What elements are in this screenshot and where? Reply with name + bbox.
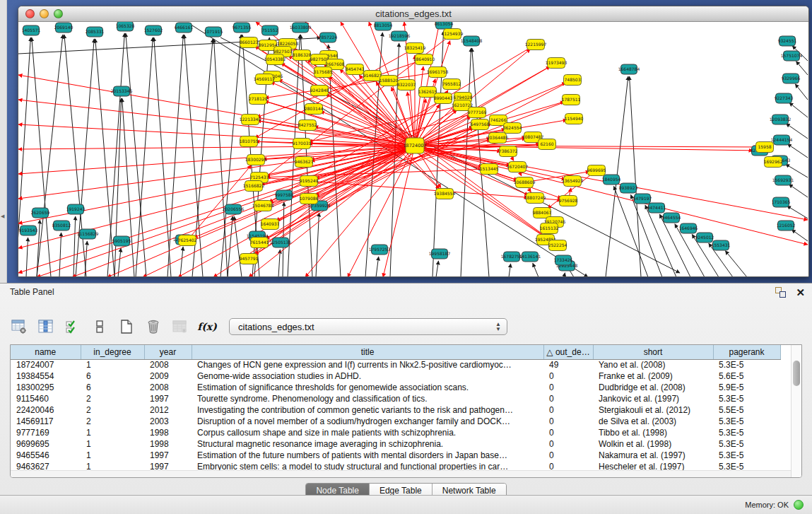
graph-node-label: 2620659 <box>31 210 50 215</box>
table-cell: 1 <box>81 359 144 370</box>
graph-node-label: 1919243 <box>66 206 86 211</box>
graph-node-label: 15958 <box>758 144 771 149</box>
graph-node-label: 9242848 <box>310 88 329 93</box>
trash-icon[interactable] <box>144 317 163 336</box>
table-cell: 5.3E-5 <box>713 450 780 461</box>
function-builder-icon[interactable]: f(x) <box>198 317 216 336</box>
graph-node-label: 1071915 <box>204 29 223 34</box>
table-cell: 5.3E-5 <box>713 393 780 404</box>
graph-node-label: 6466161 <box>175 25 194 30</box>
window-titlebar[interactable]: citations_edges.txt <box>18 6 808 22</box>
horizontal-scrollbar[interactable] <box>11 470 792 477</box>
column-header-pagerank[interactable]: pagerank <box>713 345 780 359</box>
column-header-in_degree[interactable]: in_degree <box>81 345 144 359</box>
graph-edge-black <box>122 98 134 277</box>
window-title: citations_edges.txt <box>375 8 452 19</box>
graph-node-label: 18724007 <box>403 143 426 148</box>
table-row[interactable]: 946554611997Estimation of the future num… <box>11 450 780 461</box>
app-root: ◀ citations_edges.txt <box>0 0 812 514</box>
table-cell: 0 <box>543 370 593 382</box>
graph-node-label: 9827503 <box>273 49 293 54</box>
delete-table-disabled-icon <box>171 317 189 336</box>
graph-node-label: 62160 <box>540 141 553 146</box>
graph-edge-black <box>73 216 76 277</box>
table-row[interactable]: 1938455462009Genome-wide association stu… <box>11 370 780 382</box>
graph-edge-black <box>792 230 808 241</box>
table-row[interactable]: 1830029562008Estimation of significance … <box>11 382 780 393</box>
table-settings-icon[interactable] <box>10 317 28 336</box>
table-cell: Estimation of the future numbers of pati… <box>192 450 543 461</box>
graph-node-label: 746266 <box>490 117 507 122</box>
close-panel-icon[interactable]: ✕ <box>796 287 805 298</box>
collapse-arrow-icon[interactable]: ◀ <box>1 214 4 219</box>
table-cell: Structural magnetic resonance image aver… <box>192 438 543 450</box>
table-selector-dropdown[interactable]: citations_edges.txt ▲▼ <box>229 318 507 335</box>
graph-node-label: 1362615 <box>418 89 437 94</box>
graph-edge-black <box>37 35 63 277</box>
graph-node-label: 2069140 <box>54 25 73 30</box>
new-file-icon[interactable] <box>117 317 136 336</box>
node-table: namein_degreeyeartitle△ out_de…shortpage… <box>10 344 802 478</box>
network-desktop: citations_edges.txt 14055712069140208533… <box>7 0 812 283</box>
graph-node-label: 18226058 <box>277 41 299 46</box>
network-canvas[interactable]: 1405571206914020853311065328152760264661… <box>18 22 808 277</box>
float-panel-icon[interactable] <box>775 287 786 298</box>
vertical-scrollbar-thumb[interactable] <box>793 361 800 386</box>
graph-node-label: 7955812 <box>442 81 461 86</box>
close-window-button[interactable] <box>25 9 35 18</box>
graph-edge-black <box>789 185 808 197</box>
graph-node-label: 18807249 <box>524 195 546 200</box>
graph-node-label: 9756928 <box>559 198 578 203</box>
graph-node-label: 9457791 <box>240 256 259 261</box>
table-row[interactable]: 2242004622012Investigating the contribut… <box>11 404 780 416</box>
graph-node-label: 12215997 <box>525 42 547 47</box>
table-row[interactable]: 1872400712008Changes of HCN gene express… <box>11 359 780 370</box>
graph-node-label: 7625402 <box>178 238 197 243</box>
table-cell: 1 <box>81 450 144 461</box>
memory-status-indicator[interactable] <box>794 500 804 510</box>
row-height-icon[interactable] <box>90 317 109 336</box>
graph-node-label: 7125437 <box>250 175 269 180</box>
column-checks-icon[interactable] <box>64 317 82 336</box>
vertical-scrollbar[interactable] <box>791 345 801 478</box>
column-header-out_de[interactable]: △ out_de… <box>543 345 593 359</box>
graph-node-label: 15751074 <box>781 53 803 58</box>
node-table-grid: namein_degreeyeartitle△ out_de…shortpage… <box>11 345 781 472</box>
table-row[interactable]: 977716911998Corpus callosum shape and si… <box>11 427 780 438</box>
minimize-window-button[interactable] <box>40 9 49 18</box>
graph-node-label: 1216052 <box>777 223 796 228</box>
table-row[interactable]: 911546021997Tourette syndrome. Phenomeno… <box>11 393 780 404</box>
graph-node-label: 1810755 <box>240 139 259 144</box>
graph-edge-black <box>533 263 539 277</box>
memory-status-label: Memory: OK <box>745 501 789 509</box>
table-cell: 2008 <box>144 359 192 370</box>
table-cell: 2 <box>81 416 144 427</box>
graph-node-label: 8322037 <box>397 82 416 87</box>
graph-node-label: 1405571 <box>22 28 41 33</box>
table-cell: 0 <box>543 416 593 427</box>
graph-node-label: 20153346 <box>111 88 133 93</box>
graph-node-label: 9227343 <box>775 95 794 100</box>
table-row[interactable]: 1456911722003Disruption of a novel membe… <box>11 416 780 427</box>
graph-node-label: 1640937 <box>261 221 280 226</box>
table-row[interactable]: 969969511998Structural magnetic resonanc… <box>11 438 780 450</box>
graph-node-label: 12093832 <box>770 117 792 122</box>
graph-node-label: 20206556 <box>223 206 245 211</box>
graph-node-label: 1787511 <box>562 97 581 102</box>
table-cell: Stergiakouli et al. (2012) <box>593 404 713 416</box>
graph-node-label: 9474411 <box>647 205 666 210</box>
zoom-window-button[interactable] <box>54 9 63 18</box>
column-header-name[interactable]: name <box>11 345 81 359</box>
column-header-title[interactable]: title <box>192 345 543 359</box>
table-column-icon[interactable] <box>37 317 55 336</box>
graph-node-label: 19384554 <box>434 191 456 196</box>
table-cell: Corpus callosum shape and size in male p… <box>192 427 543 438</box>
column-header-short[interactable]: short <box>593 345 713 359</box>
graph-node-label: 7386372 <box>499 148 518 153</box>
graph-node-label: 15046788 <box>252 203 274 208</box>
graph-node-label: 8912954 <box>259 42 278 47</box>
table-cell: Estimation of significance thresholds fo… <box>192 382 543 393</box>
table-cell: 49 <box>543 359 593 370</box>
graph-node-label: 10807487 <box>522 134 544 139</box>
column-header-year[interactable]: year <box>144 345 192 359</box>
